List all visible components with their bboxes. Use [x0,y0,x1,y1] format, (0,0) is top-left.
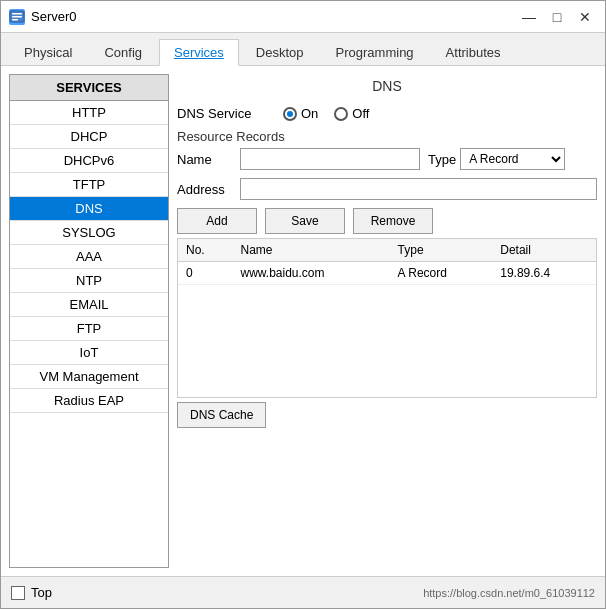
radio-on-circle [283,107,297,121]
table-header-row: No. Name Type Detail [178,239,596,262]
save-button[interactable]: Save [265,208,345,234]
col-name: Name [232,239,389,262]
name-field-label: Name [177,152,232,167]
titlebar-controls: — □ ✕ [517,7,597,27]
watermark: https://blog.csdn.net/m0_61039112 [423,587,595,599]
sidebar-item-aaa[interactable]: AAA [10,245,168,269]
cell-type: A Record [390,262,493,285]
radio-on-option[interactable]: On [283,106,318,121]
top-checkbox-box [11,586,25,600]
cell-detail: 19.89.6.4 [492,262,596,285]
sidebar-item-syslog[interactable]: SYSLOG [10,221,168,245]
tab-config[interactable]: Config [89,39,157,65]
sidebar-item-dns[interactable]: DNS [10,197,168,221]
address-field-label: Address [177,182,232,197]
type-select[interactable]: A Record AAAA Record CNAME MX NS SOA [460,148,565,170]
sidebar-item-iot[interactable]: IoT [10,341,168,365]
cell-no: 0 [178,262,232,285]
sidebar-item-dhcpv6[interactable]: DHCPv6 [10,149,168,173]
type-select-wrapper: Type A Record AAAA Record CNAME MX NS SO… [428,148,565,170]
cell-name: www.baidu.com [232,262,389,285]
dns-panel: DNS DNS Service On Off Resource Rec [177,74,597,568]
address-row: Address [177,178,597,200]
radio-off-label: Off [352,106,369,121]
tab-services[interactable]: Services [159,39,239,66]
records-table: No. Name Type Detail 0 www.baidu.com A R… [177,238,597,398]
svg-rect-2 [12,16,22,18]
main-content: SERVICES HTTP DHCP DHCPv6 TFTP DNS SYSLO… [1,66,605,576]
sidebar-item-ntp[interactable]: NTP [10,269,168,293]
bottom-bar: Top https://blog.csdn.net/m0_61039112 [1,576,605,608]
name-input[interactable] [240,148,420,170]
svg-rect-3 [12,19,18,21]
tab-desktop[interactable]: Desktop [241,39,319,65]
dns-cache-button[interactable]: DNS Cache [177,402,266,428]
table-row[interactable]: 0 www.baidu.com A Record 19.89.6.4 [178,262,596,285]
name-type-row: Name Type A Record AAAA Record CNAME MX … [177,148,597,170]
dns-service-row: DNS Service On Off [177,106,597,121]
tab-bar: Physical Config Services Desktop Program… [1,33,605,66]
maximize-button[interactable]: □ [545,7,569,27]
tab-programming[interactable]: Programming [321,39,429,65]
col-no: No. [178,239,232,262]
sidebar-item-vm[interactable]: VM Management [10,365,168,389]
sidebar-item-dhcp[interactable]: DHCP [10,125,168,149]
radio-on-label: On [301,106,318,121]
sidebar-item-ftp[interactable]: FTP [10,317,168,341]
sidebar-list: HTTP DHCP DHCPv6 TFTP DNS SYSLOG AAA NTP… [10,101,168,567]
window-title: Server0 [31,9,517,24]
radio-off-option[interactable]: Off [334,106,369,121]
close-button[interactable]: ✕ [573,7,597,27]
sidebar-header: SERVICES [10,75,168,101]
resource-records-label: Resource Records [177,129,597,144]
minimize-button[interactable]: — [517,7,541,27]
tab-attributes[interactable]: Attributes [431,39,516,65]
dns-title: DNS [177,74,597,98]
sidebar-item-http[interactable]: HTTP [10,101,168,125]
svg-rect-1 [12,13,22,15]
titlebar: Server0 — □ ✕ [1,1,605,33]
dns-service-radio-group: On Off [283,106,369,121]
address-input[interactable] [240,178,597,200]
dns-records-table: No. Name Type Detail 0 www.baidu.com A R… [178,239,596,285]
window: Server0 — □ ✕ Physical Config Services D… [0,0,606,609]
sidebar-item-email[interactable]: EMAIL [10,293,168,317]
add-button[interactable]: Add [177,208,257,234]
sidebar-item-tftp[interactable]: TFTP [10,173,168,197]
remove-button[interactable]: Remove [353,208,433,234]
type-label: Type [428,152,456,167]
resource-records-section: Resource Records Name Type A Record AAAA… [177,129,597,428]
dns-table-body: 0 www.baidu.com A Record 19.89.6.4 [178,262,596,285]
radio-off-circle [334,107,348,121]
sidebar-item-radius[interactable]: Radius EAP [10,389,168,413]
col-type: Type [390,239,493,262]
sidebar: SERVICES HTTP DHCP DHCPv6 TFTP DNS SYSLO… [9,74,169,568]
dns-service-label: DNS Service [177,106,267,121]
action-button-row: Add Save Remove [177,208,597,234]
tab-physical[interactable]: Physical [9,39,87,65]
col-detail: Detail [492,239,596,262]
top-checkbox[interactable]: Top [11,585,52,600]
app-icon [9,9,25,25]
top-label: Top [31,585,52,600]
dns-cache-row: DNS Cache [177,398,597,428]
